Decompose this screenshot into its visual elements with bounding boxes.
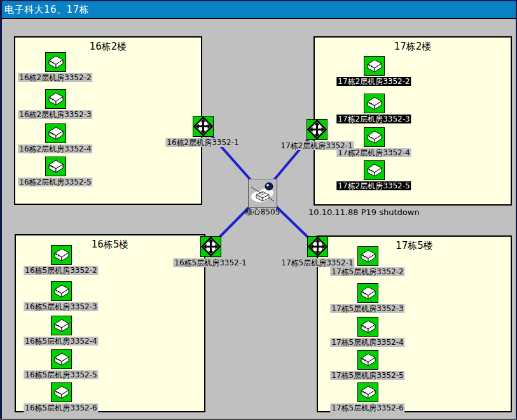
window-titlebar: 电子科大16、17栋 <box>0 0 517 19</box>
switch-label: 17栋5层机房3352-2 <box>330 267 404 276</box>
switch-icon[interactable] <box>357 283 378 304</box>
switch-label: 16栋5层机房3352-4 <box>24 337 98 346</box>
switch-label: 16栋5层机房3352-3 <box>24 302 98 311</box>
core-switch-label: 核心8505 <box>244 207 282 216</box>
switch-label: 17栋2层机房3352-2 <box>336 77 411 86</box>
router-label: 16栋2层机房3352-1 <box>165 138 240 147</box>
switch-label: 17栋5层机房3352-5 <box>330 371 404 380</box>
switch-label: 17栋2层机房3352-3 <box>336 115 411 123</box>
switch-icon[interactable] <box>45 123 66 144</box>
switch-icon[interactable] <box>51 316 72 337</box>
router-diamond-icon[interactable] <box>193 116 214 137</box>
switch-icon[interactable] <box>364 160 385 181</box>
switch-label: 16栋5层机房3352-6 <box>24 403 98 412</box>
switch-icon[interactable] <box>364 56 385 77</box>
switch-icon[interactable] <box>357 350 378 371</box>
switch-icon[interactable] <box>364 127 385 148</box>
router-diamond-icon[interactable] <box>200 236 221 257</box>
switch-icon[interactable] <box>364 94 385 115</box>
switch-icon[interactable] <box>357 317 378 338</box>
network-map-app: { "titlebar": { "title": "电子科大16、17栋" },… <box>0 0 517 420</box>
switch-label: 16栋5层机房3352-5 <box>24 370 98 379</box>
switch-icon[interactable] <box>51 382 72 403</box>
switch-icon[interactable] <box>51 245 72 266</box>
switch-icon[interactable] <box>357 382 378 403</box>
switch-label: 17栋5层机房3352-6 <box>330 403 404 412</box>
shutdown-annotation: 10.10.11.88 P19 shutdown <box>308 207 420 217</box>
router-diamond-icon[interactable] <box>307 236 328 257</box>
switch-label: 17栋5层机房3352-4 <box>330 338 404 347</box>
router-label: 17栋5层机房3352-1 <box>280 258 354 267</box>
router-label: 17栋2层机房3352-1 <box>279 141 354 150</box>
window-title: 电子科大16、17栋 <box>4 4 89 16</box>
switch-label: 16栋5层机房3352-2 <box>24 266 98 275</box>
switch-label: 16栋2层机房3352-5 <box>18 178 92 186</box>
router-diamond-icon[interactable] <box>307 119 327 140</box>
switch-label: 17栋5层机房3352-3 <box>330 304 404 313</box>
switch-label: 16栋2层机房3352-2 <box>18 73 92 82</box>
switch-icon[interactable] <box>45 89 66 110</box>
core-switch-icon[interactable] <box>248 179 277 208</box>
router-label: 16栋5层机房3352-1 <box>173 258 247 267</box>
switch-label: 16栋2层机房3352-3 <box>18 110 92 119</box>
switch-label: 17栋2层机房3352-5 <box>336 181 411 190</box>
switch-label: 16栋2层机房3352-4 <box>18 144 92 153</box>
switch-icon[interactable] <box>51 349 72 370</box>
topology-canvas: 10.10.11.88 P19 shutdown 16栋2楼 16栋2层机房33… <box>0 19 517 420</box>
switch-icon[interactable] <box>357 246 378 267</box>
switch-icon[interactable] <box>51 281 72 302</box>
switch-icon[interactable] <box>45 157 66 178</box>
switch-icon[interactable] <box>45 52 66 73</box>
window-border-left <box>0 0 2 420</box>
